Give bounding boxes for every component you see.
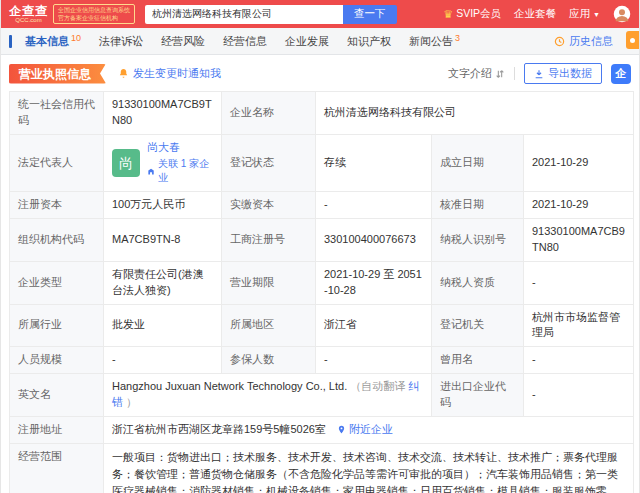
svip-link[interactable]: ♛ SVIP会员 [443, 7, 501, 21]
scope-label: 经营范围 [10, 444, 104, 493]
company-type-label: 企业类型 [10, 261, 104, 304]
ie-code-value: - [524, 374, 634, 417]
table-row: 人员规模 - 参保人数 - 曾用名 - [10, 347, 634, 374]
tab-news-announcements[interactable]: 新闻公告 3 [400, 28, 469, 54]
text-intro-toggle[interactable]: 文字介绍 [448, 66, 505, 81]
ie-code-label: 进出口企业代码 [432, 374, 524, 417]
table-row: 注册地址 浙江省杭州市西湖区龙章路159号5幢5026室 附近企业 [10, 417, 634, 444]
reg-no-value: 330100400076673 [316, 218, 432, 261]
search-input[interactable] [145, 5, 343, 24]
tab-basic-info[interactable]: 基本信息 10 [16, 28, 90, 54]
export-data-button[interactable]: 导出数据 [524, 63, 602, 84]
reg-authority-label: 登记机关 [432, 304, 524, 347]
industry-label: 所属行业 [10, 304, 104, 347]
region-label: 所属地区 [222, 304, 316, 347]
tab-operation-info[interactable]: 经营信息 [214, 28, 276, 54]
section-header: 营业执照信息 发生变更时通知我 文字介绍 [1, 55, 639, 91]
region-value: 浙江省 [316, 304, 432, 347]
active-tab-indicator [9, 35, 12, 48]
location-pin-icon [337, 425, 346, 434]
taxpayer-quality-value: - [524, 261, 634, 304]
qcc-logo[interactable]: 企查查 QCC.com 全国企业信用信息查询系统 官方备案企业征信机构 [9, 4, 135, 24]
establish-date-value: 2021-10-29 [524, 134, 634, 191]
site-header: 企查查 QCC.com 全国企业信用信息查询系统 官方备案企业征信机构 查一下 … [1, 0, 639, 28]
brand-slogan: 全国企业信用信息查询系统 官方备案企业征信机构 [53, 4, 135, 24]
address-cell: 浙江省杭州市西湖区龙章路159号5幢5026室 附近企业 [104, 417, 634, 444]
divider [514, 67, 515, 80]
main-tabs: 基本信息 10 法律诉讼 经营风险 经营信息 企业发展 知识产权 新闻公告 3 … [1, 28, 639, 55]
table-row: 所属行业 批发业 所属地区 浙江省 登记机关 杭州市市场监督管理局 [10, 304, 634, 347]
paid-capital-value: - [316, 191, 432, 218]
legal-rep-label: 法定代表人 [10, 134, 104, 191]
apps-menu[interactable]: 应用 ▼ [569, 7, 600, 21]
search-bar: 查一下 [145, 5, 397, 24]
reg-status-value: 存续 [316, 134, 432, 191]
table-row: 注册资本 100万元人民币 实缴资本 - 核准日期 2021-10-29 [10, 191, 634, 218]
industry-value: 批发业 [104, 304, 222, 347]
legal-rep-avatar[interactable]: 尚 [112, 149, 140, 177]
approve-date-value: 2021-10-29 [524, 191, 634, 218]
business-license-section: 营业执照信息 发生变更时通知我 文字介绍 [1, 55, 639, 493]
swap-vertical-icon [495, 69, 505, 79]
section-title-ribbon: 营业执照信息 [9, 64, 106, 84]
related-company-link[interactable]: 关联 1 家企业 [158, 157, 213, 186]
approve-date-label: 核准日期 [432, 191, 524, 218]
org-code-value: MA7CB9TN-8 [104, 218, 222, 261]
brand-name: 企查查 [9, 5, 48, 18]
org-code-label: 组织机构代码 [10, 218, 104, 261]
avatar-icon [613, 5, 631, 23]
insured-num-label: 参保人数 [222, 347, 316, 374]
company-type-value: 有限责任公司(港澳台法人独资) [104, 261, 222, 304]
crown-icon: ♛ [443, 9, 453, 20]
related-company-icon [147, 167, 155, 176]
paid-capital-label: 实缴资本 [222, 191, 316, 218]
search-button[interactable]: 查一下 [343, 5, 397, 24]
reg-capital-value: 100万元人民币 [104, 191, 222, 218]
history-clock-icon [554, 36, 565, 47]
table-row: 经营范围 一般项目：货物进出口；技术服务、技术开发、技术咨询、技术交流、技术转让… [10, 444, 634, 493]
taxpayer-quality-label: 纳税人资质 [432, 261, 524, 304]
business-term-value: 2021-10-29 至 2051-10-28 [316, 261, 432, 304]
tab-operation-risk[interactable]: 经营风险 [152, 28, 214, 54]
download-icon [534, 69, 544, 79]
header-nav: ♛ SVIP会员 企业套餐 应用 ▼ [443, 5, 631, 23]
table-row: 组织机构代码 MA7CB9TN-8 工商注册号 330100400076673 … [10, 218, 634, 261]
bell-icon [118, 68, 129, 79]
reg-no-label: 工商注册号 [222, 218, 316, 261]
former-name-label: 曾用名 [432, 347, 524, 374]
tab-intellectual-property[interactable]: 知识产权 [338, 28, 400, 54]
former-name-value: - [524, 347, 634, 374]
business-term-label: 营业期限 [222, 261, 316, 304]
tab-news-count: 3 [455, 33, 460, 43]
tab-company-development[interactable]: 企业发展 [276, 28, 338, 54]
qcc-company-page: 企查查 QCC.com 全国企业信用信息查询系统 官方备案企业征信机构 查一下 … [0, 0, 640, 493]
english-name-label: 英文名 [10, 374, 104, 417]
user-avatar[interactable] [613, 5, 631, 23]
table-row: 法定代表人 尚 尚大春 关联 1 家企业 [10, 134, 634, 191]
insured-num-value: - [316, 347, 432, 374]
table-row: 英文名 Hangzhou Juxuan Network Technology C… [10, 374, 634, 417]
tab-legal-litigation[interactable]: 法律诉讼 [90, 28, 152, 54]
taxpayer-no-label: 纳税人识别号 [432, 218, 524, 261]
chevron-down-icon: ▼ [593, 11, 600, 18]
company-name-value: 杭州清选网络科技有限公司 [316, 92, 634, 135]
tab-history-info[interactable]: 历史信息 [554, 34, 613, 49]
change-notify-link[interactable]: 发生变更时通知我 [118, 66, 221, 81]
legal-rep-name-link[interactable]: 尚大春 [147, 140, 213, 156]
company-name-label: 企业名称 [222, 92, 316, 135]
license-table: 统一社会信用代码 91330100MA7CB9TN80 企业名称 杭州清选网络科… [9, 91, 634, 493]
nearby-companies-link[interactable]: 附近企业 [337, 423, 393, 435]
legal-rep-cell: 尚 尚大春 关联 1 家企业 [104, 134, 222, 191]
credit-code-label: 统一社会信用代码 [10, 92, 104, 135]
floating-widget[interactable] [626, 31, 639, 49]
enterprise-package-link[interactable]: 企业套餐 [514, 7, 556, 21]
address-value: 浙江省杭州市西湖区龙章路159号5幢5026室 [112, 423, 326, 435]
scope-value: 一般项目：货物进出口；技术服务、技术开发、技术咨询、技术交流、技术转让、技术推广… [104, 444, 634, 493]
address-label: 注册地址 [10, 417, 104, 444]
staff-size-label: 人员规模 [10, 347, 104, 374]
credit-code-value: 91330100MA7CB9TN80 [104, 92, 222, 135]
table-row: 企业类型 有限责任公司(港澳台法人独资) 营业期限 2021-10-29 至 2… [10, 261, 634, 304]
english-name-cell: Hangzhou Juxuan Network Technology Co., … [104, 374, 432, 417]
staff-size-value: - [104, 347, 222, 374]
reg-authority-value: 杭州市市场监督管理局 [524, 304, 634, 347]
